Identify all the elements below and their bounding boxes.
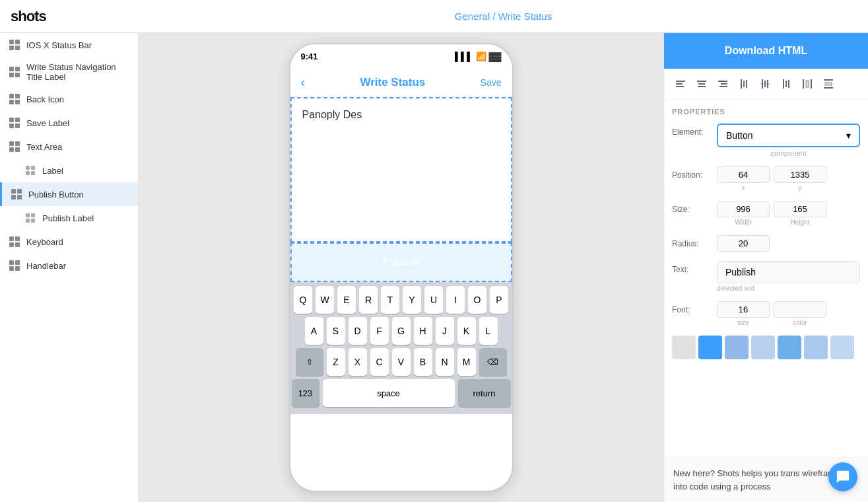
key-t[interactable]: T [381, 286, 399, 314]
color-swatch-5[interactable] [804, 336, 828, 359]
key-delete[interactable]: ⌫ [479, 348, 507, 376]
key-v[interactable]: V [392, 348, 411, 376]
sidebar-item-keyboard[interactable]: Keyboard [0, 230, 138, 254]
key-q[interactable]: Q [294, 286, 312, 314]
align-bottom-btn[interactable] [778, 75, 795, 92]
key-p[interactable]: P [490, 286, 508, 314]
key-e[interactable]: E [337, 286, 356, 314]
color-swatch-1[interactable] [698, 336, 722, 359]
size-height-label: Height [791, 219, 810, 226]
keyboard-row-4: 123 space return [292, 379, 511, 407]
keyboard-row-3: ⇧ Z X C V B N M ⌫ [292, 348, 511, 376]
sidebar-label-write-status-nav: Write Status Navigation Title Label [26, 62, 130, 82]
color-swatch-0[interactable] [672, 336, 696, 359]
sidebar-item-write-status-nav[interactable]: Write Status Navigation Title Label [0, 57, 138, 87]
svg-rect-16 [783, 79, 784, 89]
battery-icon: ▓▓ [489, 52, 502, 61]
wifi-icon: 📶 [476, 52, 486, 61]
font-size-label: size [737, 319, 749, 326]
position-y-input[interactable] [774, 166, 826, 183]
svg-rect-3 [697, 81, 706, 82]
sidebar-label-save-label: Save Label [26, 118, 69, 128]
font-color-label: color [793, 319, 807, 326]
radius-input[interactable] [717, 235, 770, 252]
align-left-btn[interactable] [672, 75, 689, 92]
align-toolbar [664, 69, 868, 100]
font-color-group: color [774, 301, 826, 326]
breadcrumb-separator: / [492, 11, 495, 22]
chat-bubble-button[interactable] [828, 462, 857, 491]
key-j[interactable]: J [436, 317, 454, 345]
element-dropdown-icon: ▾ [846, 130, 851, 141]
sidebar-label-publish-button: Publish Button [28, 190, 84, 199]
breadcrumb-static: General [455, 11, 490, 22]
phone-textarea[interactable]: Panoply Des [290, 97, 512, 242]
font-row: Font: size color [672, 301, 860, 326]
nav-back-icon[interactable]: ‹ [301, 75, 306, 90]
sidebar-item-save-label[interactable]: Save Label [0, 111, 138, 135]
sidebar-item-publish-label[interactable]: Publish Label [0, 206, 138, 230]
svg-rect-2 [676, 86, 684, 87]
key-i[interactable]: I [446, 286, 465, 314]
key-u[interactable]: U [424, 286, 443, 314]
color-swatch-6[interactable] [830, 336, 854, 359]
phone-status-bar: 9:41 ▌▌▌ 📶 ▓▓ [290, 44, 512, 68]
svg-rect-9 [741, 79, 742, 89]
element-select[interactable]: Button ▾ [717, 124, 860, 147]
key-h[interactable]: H [414, 317, 432, 345]
key-123[interactable]: 123 [292, 379, 319, 407]
align-top-btn[interactable] [735, 75, 752, 92]
sidebar-item-back-icon[interactable]: Back Icon [0, 87, 138, 111]
key-d[interactable]: D [349, 317, 367, 345]
key-x[interactable]: X [349, 348, 367, 376]
size-row: Size: Width Height [672, 201, 860, 226]
color-swatch-2[interactable] [725, 336, 749, 359]
font-color-input[interactable] [774, 301, 826, 318]
color-swatch-3[interactable] [751, 336, 775, 359]
key-s[interactable]: S [327, 317, 345, 345]
phone-publish-button[interactable]: Publish [290, 242, 512, 282]
key-c[interactable]: C [370, 348, 389, 376]
font-size-input[interactable] [717, 301, 770, 318]
download-html-button[interactable]: Download HTML [664, 33, 868, 69]
svg-rect-8 [719, 86, 727, 87]
size-width-input[interactable] [717, 201, 770, 217]
key-b[interactable]: B [414, 348, 432, 376]
color-swatch-4[interactable] [778, 336, 801, 359]
distribute-h-btn[interactable] [799, 75, 816, 92]
size-height-input[interactable] [774, 201, 826, 217]
position-x-input[interactable] [717, 166, 770, 183]
sidebar-item-text-area[interactable]: Text Area [0, 135, 138, 159]
key-k[interactable]: K [457, 317, 476, 345]
key-return[interactable]: return [458, 379, 511, 407]
key-r[interactable]: R [359, 286, 378, 314]
align-center-btn[interactable] [693, 75, 710, 92]
sidebar-label-keyboard: Keyboard [26, 237, 63, 247]
properties-panel: PROPERTIES Element: Button ▾ component P… [664, 100, 868, 457]
nav-save-label[interactable]: Save [481, 77, 502, 88]
sidebar-item-label[interactable]: Label [0, 159, 138, 182]
element-row: Element: Button ▾ component [672, 124, 860, 157]
distribute-v-btn[interactable] [820, 75, 837, 92]
sidebar-item-publish-button[interactable]: Publish Button [0, 182, 138, 206]
key-l[interactable]: L [479, 317, 498, 345]
key-a[interactable]: A [305, 317, 323, 345]
key-f[interactable]: F [370, 317, 389, 345]
key-g[interactable]: G [392, 317, 411, 345]
align-middle-btn[interactable] [756, 75, 774, 92]
text-row: Text: Publish detected text [672, 261, 860, 292]
key-n[interactable]: N [436, 348, 454, 376]
key-z[interactable]: Z [327, 348, 345, 376]
align-right-btn[interactable] [714, 75, 731, 92]
key-w[interactable]: W [316, 286, 334, 314]
key-y[interactable]: Y [403, 286, 421, 314]
size-width-group: Width [717, 201, 770, 226]
key-m[interactable]: M [457, 348, 476, 376]
sidebar-item-ios-status-bar[interactable]: IOS X Status Bar [0, 33, 138, 57]
key-shift[interactable]: ⇧ [296, 348, 323, 376]
sidebar-item-handlebar[interactable]: Handlebar [0, 254, 138, 277]
sidebar-icon-handlebar [8, 259, 21, 272]
color-swatches [672, 336, 860, 359]
key-o[interactable]: O [468, 286, 486, 314]
key-space[interactable]: space [323, 379, 455, 407]
